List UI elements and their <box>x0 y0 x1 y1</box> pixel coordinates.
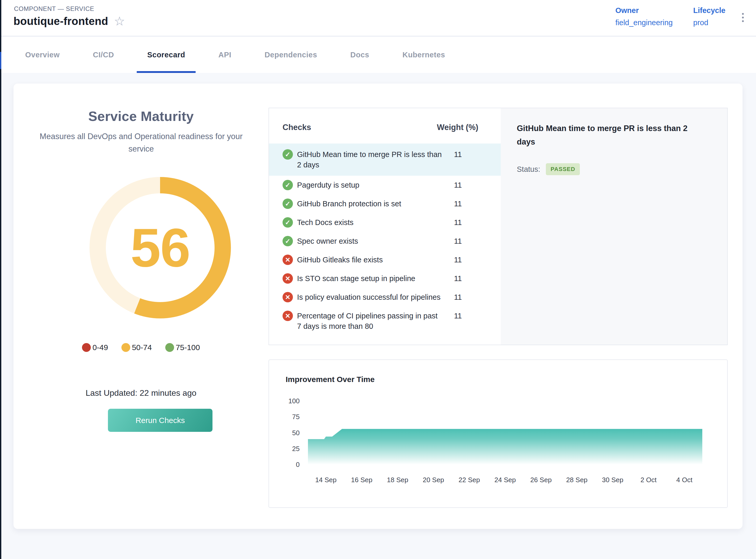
check-passed-icon: ✓ <box>282 180 293 190</box>
check-label: Is policy evaluation successful for pipe… <box>297 292 442 302</box>
svg-text:22 Sep: 22 Sep <box>459 476 480 484</box>
check-row[interactable]: ✕Is policy evaluation successful for pip… <box>269 288 501 307</box>
check-label: Percentage of CI pipelines passing in pa… <box>297 311 442 331</box>
check-failed-icon: ✕ <box>282 254 293 265</box>
tab-scorecard[interactable]: Scorecard <box>137 37 196 73</box>
last-updated-text: Last Updated: 22 minutes ago <box>14 388 269 398</box>
svg-text:16 Sep: 16 Sep <box>351 476 372 484</box>
check-label: GitHub Gitleaks file exists <box>297 254 442 265</box>
score-legend: 0-4950-7475-100 <box>14 343 269 352</box>
kebab-menu-icon[interactable] <box>740 12 746 24</box>
check-weight: 11 <box>454 273 462 284</box>
tab-docs[interactable]: Docs <box>340 37 380 73</box>
breadcrumb: COMPONENT — SERVICE <box>14 5 94 13</box>
check-row[interactable]: ✕Is STO scan stage setup in pipeline11 <box>269 269 501 288</box>
checks-section: Checks Weight (%) ✓GitHub Mean time to m… <box>269 108 728 345</box>
scorecard-title: Service Maturity <box>14 109 269 124</box>
svg-text:18 Sep: 18 Sep <box>387 476 408 484</box>
rerun-checks-button[interactable]: Rerun Checks <box>108 409 212 432</box>
checks-list: Checks Weight (%) ✓GitHub Mean time to m… <box>269 108 501 345</box>
check-failed-icon: ✕ <box>282 292 293 302</box>
svg-text:28 Sep: 28 Sep <box>566 476 587 484</box>
svg-text:25: 25 <box>292 445 300 453</box>
check-row[interactable]: ✓Tech Docs exists11 <box>269 213 501 232</box>
legend-dot <box>82 343 91 352</box>
check-row[interactable]: ✓Spec owner exists11 <box>269 232 501 250</box>
check-weight: 11 <box>454 236 462 246</box>
svg-text:50: 50 <box>292 429 300 437</box>
improvement-area-chart: 025507510014 Sep16 Sep18 Sep20 Sep22 Sep… <box>269 360 728 508</box>
legend-dot <box>121 343 130 352</box>
scorecard-subtitle: Measures all DevOps and Operational read… <box>29 130 253 155</box>
check-label: GitHub Branch protection is set <box>297 199 442 209</box>
check-label: Tech Docs exists <box>297 217 442 228</box>
svg-text:2 Oct: 2 Oct <box>641 476 657 484</box>
check-weight: 11 <box>454 149 462 160</box>
legend-item: 0-49 <box>82 343 108 352</box>
svg-text:14 Sep: 14 Sep <box>315 476 337 484</box>
legend-item: 75-100 <box>165 343 200 352</box>
owner-value-link[interactable]: field_engineering <box>615 18 673 27</box>
check-failed-icon: ✕ <box>282 273 293 284</box>
weight-column-header: Weight (%) <box>437 123 478 132</box>
svg-text:75: 75 <box>292 413 300 421</box>
improvement-chart-card: Improvement Over Time 025507510014 Sep16… <box>269 359 728 508</box>
tab-dependencies[interactable]: Dependencies <box>254 37 328 73</box>
legend-label: 75-100 <box>176 343 200 352</box>
check-passed-icon: ✓ <box>282 236 293 246</box>
scorecard-panel: Service Maturity Measures all DevOps and… <box>14 84 742 529</box>
check-row[interactable]: ✕GitHub Gitleaks file exists11 <box>269 250 501 269</box>
check-passed-icon: ✓ <box>282 199 293 209</box>
check-detail-panel: GitHub Mean time to merge PR is less tha… <box>501 108 727 345</box>
check-detail-title: GitHub Mean time to merge PR is less tha… <box>517 122 701 149</box>
tab-bar: OverviewCI/CDScorecardAPIDependenciesDoc… <box>1 37 756 73</box>
lifecycle-value[interactable]: prod <box>693 18 725 27</box>
legend-label: 50-74 <box>132 343 152 352</box>
check-row[interactable]: ✓Pagerduty is setup11 <box>269 176 501 194</box>
page-title: boutique-frontend <box>14 15 108 27</box>
check-passed-icon: ✓ <box>282 217 293 228</box>
check-weight: 11 <box>454 311 462 321</box>
check-label: Spec owner exists <box>297 236 442 246</box>
check-weight: 11 <box>454 292 462 302</box>
owner-label: Owner <box>615 6 673 15</box>
check-weight: 11 <box>454 254 462 265</box>
check-label: GitHub Mean time to merge PR is less tha… <box>297 149 442 170</box>
check-label: Is STO scan stage setup in pipeline <box>297 273 442 284</box>
legend-dot <box>165 343 174 352</box>
check-row[interactable]: ✓GitHub Mean time to merge PR is less th… <box>269 143 501 176</box>
check-weight: 11 <box>454 180 462 190</box>
window-left-edge <box>0 0 1 559</box>
legend-item: 50-74 <box>121 343 152 352</box>
checks-column-header: Checks <box>282 123 437 132</box>
check-passed-icon: ✓ <box>282 149 293 160</box>
score-donut-chart: 56 <box>90 177 231 318</box>
svg-text:20 Sep: 20 Sep <box>422 476 444 484</box>
check-row[interactable]: ✓GitHub Branch protection is set11 <box>269 194 501 213</box>
svg-text:30 Sep: 30 Sep <box>602 476 623 484</box>
star-favorite-icon[interactable]: ☆ <box>114 15 125 27</box>
check-weight: 11 <box>454 217 462 228</box>
check-row[interactable]: ✕Percentage of CI pipelines passing in p… <box>269 307 501 336</box>
page-header: COMPONENT — SERVICE boutique-frontend ☆ … <box>0 0 756 36</box>
tab-overview[interactable]: Overview <box>15 37 70 73</box>
tab-kubernetes[interactable]: Kubernetes <box>392 37 456 73</box>
check-weight: 11 <box>454 199 462 209</box>
check-label: Pagerduty is setup <box>297 180 442 190</box>
window-left-edge-accent <box>0 52 1 69</box>
lifecycle-label: Lifecycle <box>693 6 725 15</box>
tab-ci-cd[interactable]: CI/CD <box>83 37 124 73</box>
score-value: 56 <box>131 217 190 279</box>
maturity-summary: Service Maturity Measures all DevOps and… <box>14 84 269 529</box>
svg-text:0: 0 <box>296 461 300 468</box>
svg-text:100: 100 <box>289 397 300 405</box>
status-badge: PASSED <box>546 163 580 175</box>
svg-text:24 Sep: 24 Sep <box>495 476 516 484</box>
svg-text:4 Oct: 4 Oct <box>677 476 693 484</box>
tab-api[interactable]: API <box>208 37 242 73</box>
svg-text:26 Sep: 26 Sep <box>530 476 552 484</box>
status-label: Status: <box>517 165 540 174</box>
legend-label: 0-49 <box>92 343 108 352</box>
check-failed-icon: ✕ <box>282 311 293 321</box>
